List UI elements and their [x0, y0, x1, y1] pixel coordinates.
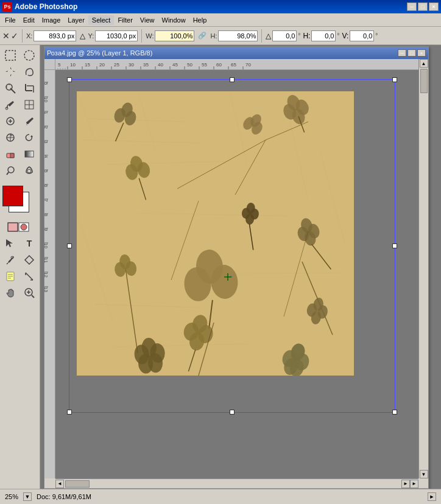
handle-bl[interactable]	[67, 410, 72, 415]
svg-point-31	[27, 169, 31, 173]
y-input[interactable]	[95, 30, 138, 41]
tool-magic-wand[interactable]	[1, 80, 19, 96]
svg-text:1: 1	[44, 111, 49, 114]
svg-text:7: 7	[44, 199, 49, 202]
menu-window[interactable]: Window	[158, 15, 189, 25]
menu-select[interactable]: Select	[88, 15, 115, 25]
menu-filter[interactable]: Filter	[114, 15, 136, 25]
confirm-transform-icon[interactable]: ✓	[11, 31, 18, 41]
canvas-viewport[interactable]	[55, 70, 418, 478]
doc-close-button[interactable]: ×	[417, 49, 426, 57]
svg-text:60: 60	[216, 62, 222, 68]
close-button[interactable]: ×	[429, 2, 439, 11]
x-input[interactable]	[34, 30, 76, 41]
main-layout: T	[0, 45, 441, 489]
scroll-down-button[interactable]: ▼	[420, 470, 428, 478]
vertical-scrollbar[interactable]: ▲ ▼	[418, 59, 428, 478]
document-titlebar: Роза4.jpg @ 25% (Layer 1, RGB/8) ─ □ ×	[44, 47, 428, 59]
scroll-nav-button[interactable]: ►	[410, 480, 418, 488]
handle-bm[interactable]	[230, 410, 235, 415]
menu-layer[interactable]: Layer	[64, 15, 88, 25]
separator-1	[22, 29, 23, 43]
app-title: Adobe Photoshop	[15, 2, 407, 11]
y-position-group: △ Y:	[79, 30, 138, 41]
scroll-up-button[interactable]: ▲	[420, 59, 428, 68]
tool-hand[interactable]	[1, 285, 19, 301]
svg-rect-33	[8, 223, 18, 231]
menu-edit[interactable]: Edit	[19, 15, 38, 25]
tool-row-3	[1, 80, 38, 96]
svg-point-35	[21, 224, 27, 230]
zoom-indicator-button[interactable]: ▼	[23, 492, 32, 501]
scroll-right-button[interactable]: ►	[401, 480, 410, 488]
scroll-left-button[interactable]: ◄	[55, 480, 64, 488]
handle-tr[interactable]	[392, 77, 397, 82]
maximize-button[interactable]: □	[418, 2, 428, 11]
w-group: W:	[146, 30, 194, 41]
tool-marquee-ellipse[interactable]	[20, 47, 38, 63]
handle-ml[interactable]	[67, 243, 72, 248]
horizontal-scrollbar[interactable]: ◄ ► ►	[55, 478, 418, 488]
skew-v-input[interactable]	[350, 30, 374, 41]
menu-help[interactable]: Help	[189, 15, 211, 25]
skew-h-input[interactable]	[311, 30, 336, 41]
tool-row-hand	[1, 285, 38, 301]
h-input[interactable]	[218, 30, 258, 41]
tool-clone-stamp[interactable]	[1, 130, 19, 145]
status-nav-button[interactable]: ►	[428, 492, 436, 501]
tool-row-mode	[1, 219, 38, 235]
svg-line-44	[26, 273, 33, 280]
doc-maximize-button[interactable]: □	[407, 49, 416, 57]
x-position-group: X:	[26, 30, 76, 41]
handle-tm[interactable]	[230, 77, 235, 82]
status-bar: 25% ▼ Doc: 9,61M/9,61M ►	[0, 489, 441, 504]
tool-eyedropper[interactable]	[1, 97, 19, 113]
tool-blur[interactable]	[20, 163, 38, 178]
tool-notes[interactable]	[1, 268, 19, 284]
options-bar: ✕ ✓ X: △ Y: W: 🔗 H: △ ° H: ° V: °	[0, 27, 441, 45]
svg-text:5: 5	[44, 170, 49, 173]
vertical-scroll-thumb[interactable]	[420, 69, 428, 93]
tool-move[interactable]	[1, 64, 19, 80]
tool-text[interactable]: T	[20, 236, 38, 251]
menu-file[interactable]: File	[1, 15, 19, 25]
svg-text:10: 10	[44, 243, 49, 248]
svg-text:3: 3	[44, 141, 49, 144]
scroll-track-h[interactable]	[64, 480, 401, 488]
menu-view[interactable]: View	[136, 15, 158, 25]
tool-zoom[interactable]	[20, 285, 38, 301]
tool-marquee-rect[interactable]	[1, 47, 19, 63]
svg-text:65: 65	[231, 62, 236, 68]
svg-line-37	[7, 263, 8, 264]
minimize-button[interactable]: ─	[407, 2, 417, 11]
skew-h-unit: °	[337, 32, 339, 39]
handle-mr[interactable]	[392, 243, 397, 248]
tool-row-5	[1, 113, 38, 129]
tool-path-select[interactable]	[1, 236, 19, 251]
w-input[interactable]	[155, 30, 194, 41]
foreground-color-swatch[interactable]	[2, 186, 23, 206]
menu-image[interactable]: Image	[38, 15, 65, 25]
doc-minimize-button[interactable]: ─	[398, 49, 406, 57]
tool-gradient[interactable]	[20, 146, 38, 162]
horizontal-scroll-thumb[interactable]	[65, 480, 90, 488]
tool-dodge[interactable]	[1, 163, 19, 178]
tool-lasso[interactable]	[20, 64, 38, 80]
tool-healing-brush[interactable]	[1, 113, 19, 129]
tool-slice[interactable]	[20, 97, 38, 113]
tool-brush[interactable]	[20, 113, 38, 129]
tool-eraser[interactable]	[1, 146, 19, 162]
tool-history-brush[interactable]	[20, 130, 38, 145]
handle-br[interactable]	[392, 410, 397, 415]
tool-measure[interactable]	[20, 268, 38, 284]
tool-shape[interactable]	[20, 252, 38, 268]
tool-pen[interactable]	[1, 252, 19, 268]
tool-quick-mask[interactable]	[1, 219, 38, 235]
cancel-transform-icon[interactable]: ✕	[2, 31, 10, 41]
angle-input[interactable]	[272, 30, 297, 41]
svg-text:15: 15	[85, 62, 90, 68]
doc-info: Doc: 9,61M/9,61M	[37, 493, 91, 500]
svg-text:55: 55	[202, 62, 207, 68]
tool-crop[interactable]	[20, 80, 38, 96]
handle-tl[interactable]	[67, 77, 72, 82]
